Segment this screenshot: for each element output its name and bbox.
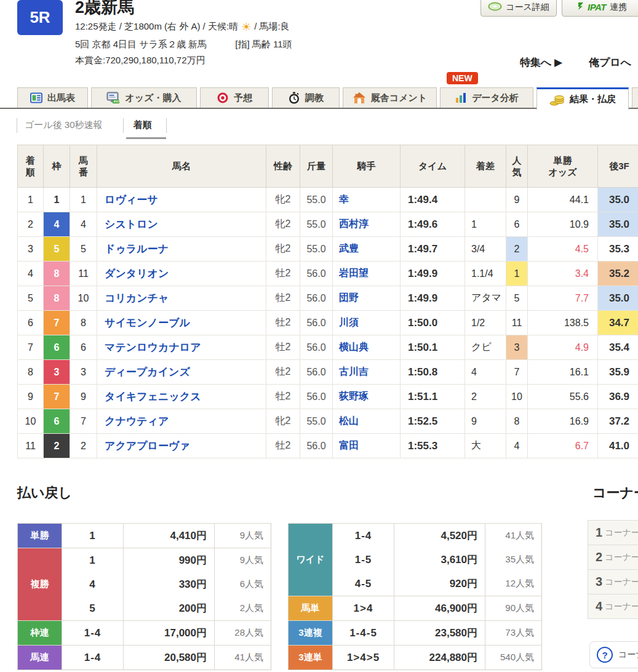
corner-row: 4コーナー bbox=[588, 594, 638, 619]
tab-race-card[interactable]: 出馬表 bbox=[17, 87, 88, 108]
horse-name-link[interactable]: タイキフェニックス bbox=[105, 391, 201, 402]
column-header: タイム bbox=[401, 145, 465, 188]
popularity: 11 bbox=[506, 311, 528, 335]
jockey-link[interactable]: 富田 bbox=[339, 440, 359, 450]
course-detail-label: コース詳細 bbox=[506, 2, 549, 13]
corner-label: コーナー bbox=[605, 577, 638, 588]
tab-odds-purchase[interactable]: IPATオッズ・購入 bbox=[91, 87, 197, 108]
course-detail-button[interactable]: コース詳細 bbox=[480, 0, 557, 17]
frame-number: 6 bbox=[44, 409, 70, 433]
finish-time: 1:50.8 bbox=[401, 360, 465, 385]
frame-number: 7 bbox=[44, 385, 70, 409]
payout-amount: 20,580円 bbox=[124, 646, 215, 670]
horse-number: 4 bbox=[70, 212, 97, 237]
win-odds: 16.9 bbox=[528, 409, 598, 434]
corner-passing-order-title: コーナー bbox=[592, 484, 638, 502]
horse-name-link[interactable]: アクアプローヴァ bbox=[105, 440, 190, 452]
last-3f: 35.0 bbox=[598, 286, 638, 311]
payout-row: 馬連1-420,580円41人気 bbox=[18, 646, 271, 670]
tab-stub[interactable] bbox=[632, 87, 638, 108]
subtab-finish-order[interactable]: 着順 bbox=[134, 119, 152, 131]
tab-forecast[interactable]: 予想 bbox=[200, 87, 269, 108]
tab-label: 調教 bbox=[305, 92, 324, 104]
carried-weight: 56.0 bbox=[300, 286, 333, 311]
payout-combination: 1 bbox=[62, 548, 124, 573]
ipat-link-button[interactable]: IPAT 連携 bbox=[562, 0, 638, 17]
horse-name-link[interactable]: サイモンノーブル bbox=[105, 317, 190, 329]
help-icon: ? bbox=[597, 647, 613, 663]
jockey-link[interactable]: 川須 bbox=[339, 317, 359, 327]
subtab-flash-report[interactable]: ゴール後 30秒速報 bbox=[25, 119, 103, 131]
jockey-link[interactable]: 岩田望 bbox=[339, 268, 369, 278]
popularity: 4 bbox=[506, 434, 528, 458]
tab-result-payout[interactable]: 結果・払戻 bbox=[536, 87, 629, 110]
jockey-link[interactable]: 西村淳 bbox=[339, 218, 369, 229]
finish-position: 5 bbox=[18, 286, 44, 311]
horse-name-link[interactable]: コリカンチャ bbox=[105, 292, 169, 304]
last-3f: 35.2 bbox=[598, 262, 638, 286]
tokushu-link[interactable]: 特集へ ▶ bbox=[520, 55, 562, 70]
horse-number: 11 bbox=[70, 262, 97, 286]
corner-help-link[interactable]: ? コーナー bbox=[589, 641, 638, 668]
jockey-link[interactable]: 荻野琢 bbox=[339, 391, 369, 401]
horse-name-link[interactable]: シストロン bbox=[105, 218, 158, 230]
popularity: 5 bbox=[506, 286, 528, 311]
horse-name-link[interactable]: クナウティア bbox=[105, 415, 169, 427]
orepro-link[interactable]: 俺プロへ bbox=[589, 55, 631, 70]
race-meeting: 5回 京都 4日目 サラ系２歳 新馬 [指] 馬齢 11頭 bbox=[75, 39, 292, 50]
results-table: 着 順枠馬 番馬名性齢斤量騎手タイム着差人 気単勝 オッズ後3F 111ロヴィー… bbox=[17, 145, 638, 458]
payout-popularity: 90人気 bbox=[485, 596, 542, 621]
jockey-link[interactable]: 団野 bbox=[339, 292, 359, 303]
payout-combination: 1 bbox=[62, 524, 124, 548]
tab-data-analysis[interactable]: データ分析NEW bbox=[440, 87, 533, 108]
table-row: 244シストロン牝255.0西村淳1:49.61610.935.0 bbox=[18, 212, 638, 237]
sex-age: 牡2 bbox=[266, 360, 300, 385]
horse-name-link[interactable]: マテンロウカナロア bbox=[105, 342, 201, 353]
table-row: 1067クナウティア牝255.0松山1:52.59816.937.2 bbox=[18, 409, 638, 434]
popularity: 7 bbox=[506, 360, 528, 385]
tab-training[interactable]: 調教 bbox=[272, 87, 340, 108]
tab-bar: 出馬表IPATオッズ・購入予想調教厩舎コメントデータ分析NEW結果・払戻 bbox=[0, 87, 638, 110]
corner-label: コーナー bbox=[605, 527, 638, 538]
horse-name-link[interactable]: ダンタリオン bbox=[105, 268, 169, 279]
frame-number: 8 bbox=[44, 262, 70, 286]
tab-label: 厩舎コメント bbox=[371, 92, 427, 104]
bet-type-label: 枠連 bbox=[18, 621, 62, 646]
popularity: 1 bbox=[506, 262, 528, 286]
column-header: 斤量 bbox=[300, 145, 333, 188]
horse-name-cell: マテンロウカナロア bbox=[97, 335, 266, 360]
column-header: 馬名 bbox=[97, 145, 266, 188]
jockey-link[interactable]: 武豊 bbox=[339, 243, 359, 254]
column-header: 騎手 bbox=[333, 145, 401, 188]
jockey-link[interactable]: 松山 bbox=[339, 415, 359, 426]
subtab-separator bbox=[17, 118, 17, 133]
frame-number: 6 bbox=[44, 335, 70, 359]
payout-row: 3連複1-4-523,580円73人気 bbox=[289, 621, 542, 646]
win-odds: 4.9 bbox=[528, 335, 598, 360]
payout-row: 馬単1>446,900円90人気 bbox=[289, 596, 542, 621]
payout-amount: 200円 bbox=[124, 596, 215, 621]
horse-name-cell: アクアプローヴァ bbox=[97, 434, 266, 458]
margin: 1 bbox=[465, 212, 506, 237]
payout-popularity: 28人気 bbox=[215, 621, 271, 646]
frame-number-cell: 7 bbox=[44, 311, 70, 335]
payout-row: 3連単1>4>5224,880円540人気 bbox=[289, 646, 542, 670]
tab-stable-comment[interactable]: 厩舎コメント bbox=[343, 87, 437, 108]
payout-row: 単勝14,410円9人気 bbox=[18, 524, 271, 548]
horse-name-link[interactable]: ドゥラルーナ bbox=[105, 243, 169, 255]
jockey-link[interactable]: 古川吉 bbox=[339, 366, 369, 377]
finish-position: 8 bbox=[18, 360, 44, 385]
horse-name-link[interactable]: ディープカインズ bbox=[105, 366, 190, 378]
horse-name-link[interactable]: ロヴィーサ bbox=[105, 194, 158, 206]
payout-combination: 4-5 bbox=[333, 572, 394, 596]
carried-weight: 56.0 bbox=[300, 360, 333, 385]
corner-label: コーナー bbox=[605, 601, 638, 612]
horse-number: 5 bbox=[70, 237, 97, 262]
payout-amount: 990円 bbox=[124, 548, 215, 573]
table-header-row: 着 順枠馬 番馬名性齢斤量騎手タイム着差人 気単勝 オッズ後3F bbox=[18, 145, 638, 188]
jockey-link[interactable]: 幸 bbox=[339, 194, 349, 204]
jockey-link[interactable]: 横山典 bbox=[339, 342, 369, 352]
table-row: 766マテンロウカナロア牡256.0横山典1:50.1クビ34.935.4 bbox=[18, 335, 638, 360]
table-row: 1122アクアプローヴァ牡256.0富田1:55.3大46.741.0 bbox=[18, 434, 638, 458]
payout-combination: 1>4 bbox=[333, 596, 394, 621]
